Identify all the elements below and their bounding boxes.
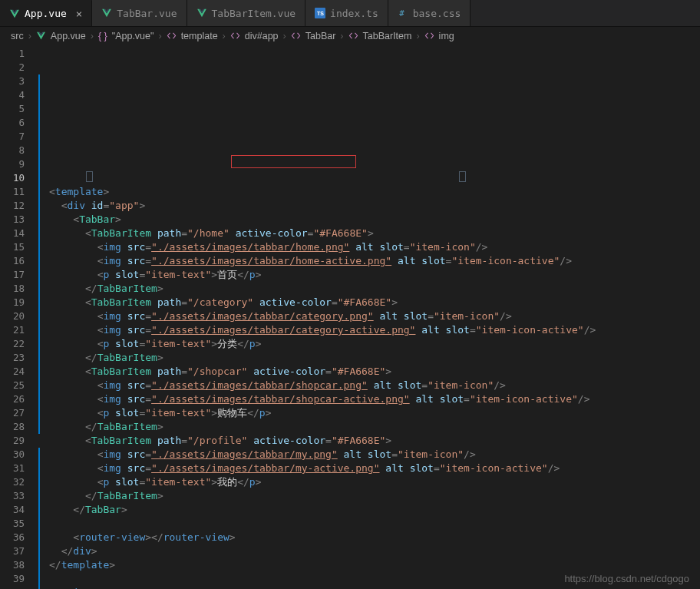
code-line[interactable]: <div id="app"> (49, 199, 700, 213)
code-line[interactable]: </TabBarItem> (49, 282, 700, 296)
close-icon[interactable]: × (76, 8, 82, 20)
tag-icon (291, 31, 301, 41)
annotation-box (231, 155, 356, 168)
breadcrumb-item[interactable]: div#app (245, 31, 279, 41)
tab-label: TabBar.vue (117, 8, 177, 19)
code-line[interactable]: <TabBarItem path="/profile" active-color… (49, 434, 700, 448)
tag-icon (424, 31, 434, 41)
code-line[interactable]: <p slot="item-text">首页</p> (49, 268, 700, 282)
tab-label: App.vue (25, 8, 67, 19)
editor-tabs: App.vue × TabBar.vue TabBarItem.vue TS i… (0, 0, 700, 27)
code-line[interactable]: <p slot="item-text">分类</p> (49, 337, 700, 351)
braces-icon: { } (98, 31, 107, 41)
tab-tabbaritem-vue[interactable]: TabBarItem.vue (187, 0, 306, 26)
text-cursor (86, 171, 93, 182)
tag-icon (230, 31, 240, 41)
code-line[interactable]: <template> (49, 185, 700, 199)
code-line[interactable]: <img src="./assets/images/tabbar/home.pn… (49, 240, 700, 254)
chevron-right-icon: › (223, 31, 226, 41)
code-line[interactable]: <TabBarItem path="/home" active-color="#… (49, 227, 700, 240)
tab-label: index.ts (330, 8, 378, 19)
code-line[interactable]: </template> (49, 558, 700, 572)
vue-icon (9, 8, 20, 19)
code-line[interactable]: <img src="./assets/images/tabbar/categor… (49, 323, 700, 337)
code-line[interactable]: <img src="./assets/images/tabbar/shopcar… (49, 392, 700, 406)
code-line[interactable]: <TabBar> (49, 213, 700, 227)
tab-label: base.css (413, 8, 461, 19)
code-line[interactable]: <TabBarItem path="/category" active-colo… (49, 296, 700, 309)
code-line[interactable]: </TabBar> (49, 503, 700, 517)
code-line[interactable]: </TabBarItem> (49, 489, 700, 503)
code-editor[interactable]: 1234567891011121314151617181920212223242… (0, 45, 700, 589)
code-line[interactable]: </TabBarItem> (49, 420, 700, 434)
chevron-right-icon: › (28, 31, 31, 41)
chevron-right-icon: › (158, 31, 161, 41)
tab-app-vue[interactable]: App.vue × (0, 0, 92, 26)
breadcrumb-item[interactable]: TabBarItem (363, 31, 412, 41)
code-area[interactable]: <template> <div id="app"> <TabBar> <TabB… (38, 45, 700, 589)
chevron-right-icon: › (283, 31, 286, 41)
tab-index-ts[interactable]: TS index.ts (305, 0, 388, 26)
code-line[interactable]: <img src="./assets/images/tabbar/home-ac… (49, 254, 700, 268)
breadcrumb-item[interactable]: App.vue (51, 31, 86, 41)
vue-icon (101, 8, 112, 18)
code-line[interactable]: <img src="./assets/images/tabbar/shopcar… (49, 379, 700, 392)
svg-text:TS: TS (317, 11, 324, 16)
chevron-right-icon: › (91, 31, 94, 41)
code-line[interactable]: <img src="./assets/images/tabbar/my-acti… (49, 462, 700, 475)
tag-icon (167, 31, 177, 41)
tab-tabbar-vue[interactable]: TabBar.vue (92, 0, 187, 26)
code-line[interactable] (49, 572, 700, 586)
code-line[interactable]: <p slot="item-text">我的</p> (49, 475, 700, 489)
svg-text:#: # (399, 8, 404, 18)
code-line[interactable]: <img src="./assets/images/tabbar/my.png"… (49, 448, 700, 462)
tab-label: TabBarItem.vue (212, 8, 296, 19)
code-line[interactable]: </TabBarItem> (49, 351, 700, 365)
line-number-gutter: 1234567891011121314151617181920212223242… (0, 45, 38, 589)
code-line[interactable] (49, 517, 700, 531)
vue-icon (36, 31, 46, 41)
breadcrumb-item[interactable]: src (11, 31, 24, 41)
code-line[interactable]: <img src="./assets/images/tabbar/categor… (49, 309, 700, 323)
chevron-right-icon: › (340, 31, 343, 41)
hash-icon: # (398, 8, 408, 18)
breadcrumb-item[interactable]: TabBar (305, 31, 336, 41)
breadcrumb-item[interactable]: template (181, 31, 218, 41)
chevron-right-icon: › (416, 31, 419, 41)
code-line[interactable]: <script> (49, 586, 700, 589)
text-cursor (459, 171, 466, 182)
tab-base-css[interactable]: # base.css (388, 0, 471, 26)
tag-icon (348, 31, 358, 41)
code-line[interactable]: <p slot="item-text">购物车</p> (49, 406, 700, 420)
vue-icon (196, 8, 207, 18)
code-line[interactable]: <router-view></router-view> (49, 531, 700, 544)
breadcrumb-item[interactable]: img (439, 31, 454, 41)
code-line[interactable]: <TabBarItem path="/shopcar" active-color… (49, 365, 700, 379)
breadcrumb[interactable]: src › App.vue › { } "App.vue" › template… (0, 27, 700, 45)
ts-icon: TS (315, 8, 325, 18)
breadcrumb-item[interactable]: "App.vue" (112, 31, 154, 41)
code-line[interactable]: </div> (49, 544, 700, 558)
